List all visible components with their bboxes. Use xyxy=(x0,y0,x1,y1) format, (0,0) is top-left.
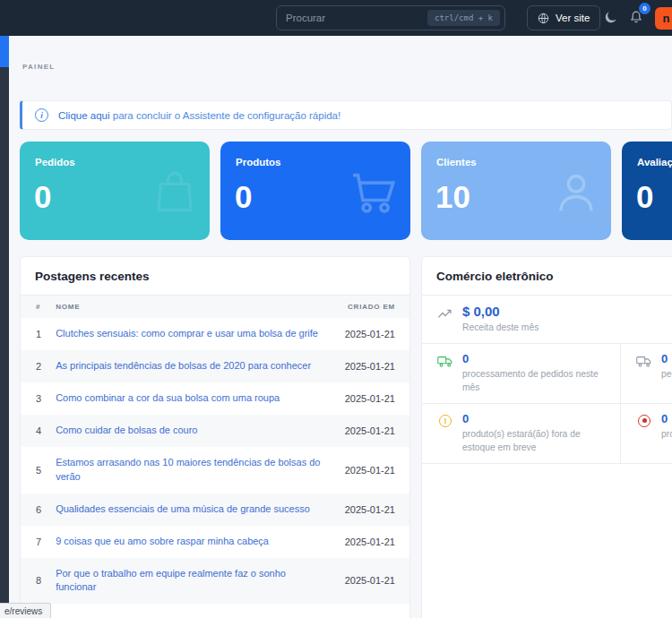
stat-card-value: 0 xyxy=(235,179,252,215)
revenue-label: Receita deste mês xyxy=(462,322,538,335)
cart-icon xyxy=(346,167,401,222)
notification-count-badge: 0 xyxy=(639,3,650,14)
table-row: 8 Por que o trabalho em equipe realmente… xyxy=(21,558,409,605)
post-link[interactable]: Qualidades essenciais de uma música de g… xyxy=(56,502,329,517)
post-number: 1 xyxy=(21,318,48,350)
table-row: 1 Clutches sensuais: como comprar e usar… xyxy=(21,318,409,350)
post-date: 2025-01-21 xyxy=(336,447,409,494)
low-stock-value: 0 xyxy=(462,412,613,425)
processing-orders-label: processamento de pedidos neste mês xyxy=(462,368,613,395)
post-number: 3 xyxy=(21,382,48,415)
alert-rest-text: para concluir o Assistente de configuraç… xyxy=(113,110,340,121)
stat-card-value: 0 xyxy=(34,179,51,215)
out-of-stock-value: 0 xyxy=(661,412,672,425)
ecommerce-stock-row: ! 0 produto(s) estará(ão) fora de estoqu… xyxy=(422,404,672,464)
stat-card-label: Avaliaç xyxy=(637,157,672,167)
stat-card-label: Produtos xyxy=(236,157,280,167)
stat-card-reviews: Avaliaç 0 xyxy=(622,142,672,240)
column-header-num: # xyxy=(21,296,48,318)
search-input[interactable] xyxy=(286,13,420,23)
table-row: 3 Como combinar a cor da sua bolsa com u… xyxy=(21,382,409,415)
info-icon: i xyxy=(35,108,48,122)
setup-wizard-alert[interactable]: i Clique aqui para concluir o Assistente… xyxy=(20,100,672,130)
post-number: 5 xyxy=(21,447,48,494)
table-row: 7 9 coisas que eu amo sobre raspar minha… xyxy=(21,526,409,558)
revenue-value: $ 0,00 xyxy=(462,304,538,319)
out-of-stock-label: prod xyxy=(661,428,672,442)
recent-posts-panel: Postagens recentes # NOME CRIADO EM 1 Cl… xyxy=(20,256,410,618)
table-row: 5 Estamos arrasando nas 10 maiores tendê… xyxy=(21,447,409,494)
post-date: 2025-01-21 xyxy=(336,382,409,415)
alert-text: Clique aqui para concluir o Assistente d… xyxy=(58,110,340,121)
column-header-name: NOME xyxy=(48,296,336,318)
ecommerce-panel: Comércio eletrônico $ 0,00 Receita deste… xyxy=(421,256,672,618)
ecommerce-revenue-row: $ 0,00 Receita deste mês xyxy=(422,296,672,344)
stat-card-value: 0 xyxy=(636,179,653,215)
post-date: 2025-01-21 xyxy=(336,494,409,526)
trending-chart-icon xyxy=(437,306,453,320)
pending-orders-value: 0 xyxy=(661,352,672,365)
bag-icon xyxy=(149,167,201,222)
post-number: 2 xyxy=(21,350,48,382)
search-shortcut-kbd: ctrl/cmd + k xyxy=(427,10,500,26)
post-date: 2025-01-21 xyxy=(336,318,409,350)
post-link[interactable]: Clutches sensuais: como comprar e usar u… xyxy=(56,327,329,341)
table-row: 2 As principais tendências de bolsas de … xyxy=(21,350,409,382)
truck-icon xyxy=(437,355,453,368)
stat-card-label: Pedidos xyxy=(35,157,75,167)
stat-card-orders: Pedidos 0 xyxy=(20,142,210,240)
post-number: 4 xyxy=(21,415,48,447)
post-date: 2025-01-21 xyxy=(336,350,409,382)
global-search[interactable]: ctrl/cmd + k xyxy=(276,5,505,30)
post-link[interactable]: 9 coisas que eu amo sobre raspar minha c… xyxy=(56,535,329,549)
stat-card-customers: Clientes 10 xyxy=(421,142,611,240)
breadcrumb: PAINEL xyxy=(22,63,56,71)
recent-posts-title: Postagens recentes xyxy=(21,257,409,296)
stat-card-label: Clientes xyxy=(436,157,477,167)
ecommerce-title: Comércio eletrônico xyxy=(422,257,672,296)
link-status-tooltip: e/reviews xyxy=(0,603,51,618)
alert-link[interactable]: Clique aqui xyxy=(58,110,110,121)
view-site-button[interactable]: Ver site xyxy=(527,5,600,30)
post-number: 7 xyxy=(21,526,48,558)
globe-icon xyxy=(538,13,549,24)
post-link[interactable]: Estamos arrasando nas 10 maiores tendênc… xyxy=(56,456,329,485)
stat-card-products: Produtos 0 xyxy=(220,142,410,240)
post-number: 8 xyxy=(21,558,48,605)
truck-icon xyxy=(636,355,652,368)
user-avatar[interactable]: n xyxy=(655,7,672,30)
post-number: 6 xyxy=(21,494,48,526)
table-row: 6 Qualidades essenciais de uma música de… xyxy=(21,494,409,526)
post-link[interactable]: Por que o trabalho em equipe realmente f… xyxy=(56,567,329,596)
post-date: 2025-01-21 xyxy=(336,526,409,558)
ecommerce-orders-row: 0 processamento de pedidos neste mês 0 p… xyxy=(422,344,672,404)
post-date: 2025-01-21 xyxy=(336,558,409,605)
pending-orders-label: pedi xyxy=(661,368,672,382)
sidebar-item-dashboard-active[interactable] xyxy=(0,36,9,67)
stat-card-value: 10 xyxy=(435,179,470,215)
post-link[interactable]: Como cuidar de bolsas de couro xyxy=(56,424,329,438)
processing-orders-value: 0 xyxy=(462,352,613,365)
record-circle-icon xyxy=(636,415,652,427)
warning-circle-icon: ! xyxy=(437,415,453,427)
collapsed-sidebar xyxy=(0,36,9,618)
dark-mode-toggle[interactable] xyxy=(604,10,618,24)
post-link[interactable]: Como combinar a cor da sua bolsa com uma… xyxy=(56,391,329,406)
low-stock-label: produto(s) estará(ão) fora de estoque em… xyxy=(462,428,613,455)
column-header-created: CRIADO EM xyxy=(336,296,409,318)
recent-posts-table: # NOME CRIADO EM 1 Clutches sensuais: co… xyxy=(21,296,409,604)
post-link[interactable]: As principais tendências de bolsas de 20… xyxy=(56,359,329,373)
table-header-row: # NOME CRIADO EM xyxy=(21,296,409,318)
user-icon xyxy=(550,167,602,222)
post-date: 2025-01-21 xyxy=(336,415,409,447)
view-site-label: Ver site xyxy=(556,13,590,23)
table-row: 4 Como cuidar de bolsas de couro 2025-01… xyxy=(21,415,409,447)
moon-icon xyxy=(604,10,618,24)
topbar: ctrl/cmd + k Ver site 0 n xyxy=(0,0,672,36)
